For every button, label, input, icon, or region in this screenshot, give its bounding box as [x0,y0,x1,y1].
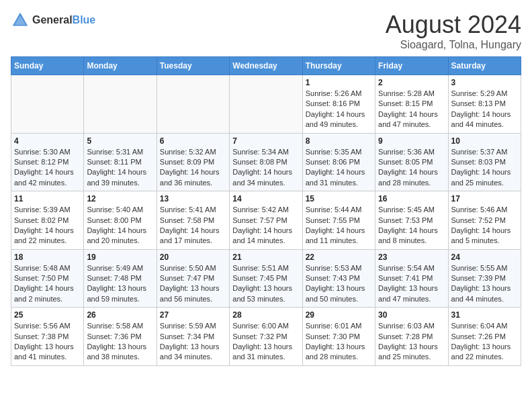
day-info: Sunrise: 5:48 AMSunset: 7:50 PMDaylight:… [14,263,81,305]
calendar-cell: 3Sunrise: 5:29 AMSunset: 8:13 PMDaylight… [448,75,521,134]
day-info: Sunrise: 5:35 AMSunset: 8:06 PMDaylight:… [306,147,372,189]
logo-general: GeneralBlue [32,14,95,26]
day-info: Sunrise: 5:54 AMSunset: 7:41 PMDaylight:… [378,263,445,305]
day-info: Sunrise: 5:59 AMSunset: 7:34 PMDaylight:… [160,321,226,363]
title-area: August 2024 Sioagard, Tolna, Hungary [386,11,521,51]
calendar-cell: 4Sunrise: 5:30 AMSunset: 8:12 PMDaylight… [11,133,84,191]
day-number: 21 [232,253,299,262]
day-info: Sunrise: 5:51 AMSunset: 7:45 PMDaylight:… [232,263,299,305]
calendar-cell [84,75,157,134]
calendar-cell: 19Sunrise: 5:49 AMSunset: 7:48 PMDayligh… [84,249,157,308]
day-info: Sunrise: 5:29 AMSunset: 8:13 PMDaylight:… [451,89,518,130]
calendar-cell: 7Sunrise: 5:34 AMSunset: 8:08 PMDaylight… [230,133,302,191]
day-number: 31 [451,310,518,320]
day-number: 23 [378,253,445,262]
calendar-cell: 14Sunrise: 5:42 AMSunset: 7:57 PMDayligh… [230,191,302,250]
day-number: 15 [306,194,372,203]
day-info: Sunrise: 5:32 AMSunset: 8:09 PMDaylight:… [160,147,226,189]
calendar-cell: 27Sunrise: 5:59 AMSunset: 7:34 PMDayligh… [157,308,229,366]
day-number: 22 [306,253,372,262]
week-row-5: 25Sunrise: 5:56 AMSunset: 7:38 PMDayligh… [11,308,521,366]
week-row-2: 4Sunrise: 5:30 AMSunset: 8:12 PMDaylight… [11,133,521,191]
week-row-3: 11Sunrise: 5:39 AMSunset: 8:02 PMDayligh… [11,191,521,250]
day-number: 17 [451,194,518,203]
calendar-cell: 9Sunrise: 5:36 AMSunset: 8:05 PMDaylight… [375,133,448,191]
week-row-1: 1Sunrise: 5:26 AMSunset: 8:16 PMDaylight… [11,75,521,134]
calendar-cell [157,75,229,134]
day-number: 13 [160,194,226,203]
calendar-cell: 16Sunrise: 5:45 AMSunset: 7:53 PMDayligh… [375,191,448,250]
weekday-header-wednesday: Wednesday [230,57,302,75]
calendar-cell: 23Sunrise: 5:54 AMSunset: 7:41 PMDayligh… [375,249,448,308]
day-number: 7 [232,136,299,146]
day-number: 5 [87,136,153,146]
calendar-cell: 18Sunrise: 5:48 AMSunset: 7:50 PMDayligh… [11,249,84,308]
day-number: 12 [87,194,153,203]
calendar-cell: 15Sunrise: 5:44 AMSunset: 7:55 PMDayligh… [302,191,375,250]
day-number: 16 [378,194,445,203]
calendar-cell [230,75,302,134]
calendar-cell: 24Sunrise: 5:55 AMSunset: 7:39 PMDayligh… [448,249,521,308]
day-info: Sunrise: 5:42 AMSunset: 7:57 PMDaylight:… [232,205,299,246]
calendar-cell: 30Sunrise: 6:03 AMSunset: 7:28 PMDayligh… [375,308,448,366]
day-number: 27 [160,310,226,320]
day-number: 29 [306,310,372,320]
day-info: Sunrise: 5:45 AMSunset: 7:53 PMDaylight:… [378,205,445,246]
day-info: Sunrise: 5:28 AMSunset: 8:15 PMDaylight:… [378,89,445,130]
weekday-header-saturday: Saturday [448,57,521,75]
day-number: 11 [14,194,81,203]
day-number: 3 [451,78,518,87]
day-info: Sunrise: 5:31 AMSunset: 8:11 PMDaylight:… [87,147,153,189]
day-info: Sunrise: 5:34 AMSunset: 8:08 PMDaylight:… [232,147,299,189]
day-number: 28 [232,310,299,320]
calendar-cell: 26Sunrise: 5:58 AMSunset: 7:36 PMDayligh… [84,308,157,366]
day-info: Sunrise: 5:44 AMSunset: 7:55 PMDaylight:… [306,205,372,246]
calendar-cell: 10Sunrise: 5:37 AMSunset: 8:03 PMDayligh… [448,133,521,191]
header: GeneralBlue August 2024 Sioagard, Tolna,… [11,11,521,51]
day-info: Sunrise: 5:36 AMSunset: 8:05 PMDaylight:… [378,147,445,189]
calendar-cell: 22Sunrise: 5:53 AMSunset: 7:43 PMDayligh… [302,249,375,308]
logo: GeneralBlue [11,11,95,30]
day-number: 10 [451,136,518,146]
calendar-cell: 13Sunrise: 5:41 AMSunset: 7:58 PMDayligh… [157,191,229,250]
calendar-cell: 25Sunrise: 5:56 AMSunset: 7:38 PMDayligh… [11,308,84,366]
month-title: August 2024 [386,11,521,39]
calendar-cell: 12Sunrise: 5:40 AMSunset: 8:00 PMDayligh… [84,191,157,250]
calendar-cell: 11Sunrise: 5:39 AMSunset: 8:02 PMDayligh… [11,191,84,250]
day-info: Sunrise: 6:00 AMSunset: 7:32 PMDaylight:… [232,321,299,363]
logo-icon [11,11,30,30]
calendar-cell: 29Sunrise: 6:01 AMSunset: 7:30 PMDayligh… [302,308,375,366]
day-number: 2 [378,78,445,87]
day-number: 18 [14,253,81,262]
day-number: 30 [378,310,445,320]
day-number: 1 [306,78,372,87]
day-info: Sunrise: 5:37 AMSunset: 8:03 PMDaylight:… [451,147,518,189]
weekday-header-thursday: Thursday [302,57,375,75]
calendar-cell: 6Sunrise: 5:32 AMSunset: 8:09 PMDaylight… [157,133,229,191]
calendar-cell: 1Sunrise: 5:26 AMSunset: 8:16 PMDaylight… [302,75,375,134]
day-number: 8 [306,136,372,146]
calendar-cell: 2Sunrise: 5:28 AMSunset: 8:15 PMDaylight… [375,75,448,134]
day-number: 20 [160,253,226,262]
day-info: Sunrise: 5:40 AMSunset: 8:00 PMDaylight:… [87,205,153,246]
day-info: Sunrise: 6:01 AMSunset: 7:30 PMDaylight:… [306,321,372,363]
day-info: Sunrise: 5:53 AMSunset: 7:43 PMDaylight:… [306,263,372,305]
day-info: Sunrise: 5:30 AMSunset: 8:12 PMDaylight:… [14,147,81,189]
day-info: Sunrise: 5:41 AMSunset: 7:58 PMDaylight:… [160,205,226,246]
day-number: 25 [14,310,81,320]
day-info: Sunrise: 6:03 AMSunset: 7:28 PMDaylight:… [378,321,445,363]
day-number: 14 [232,194,299,203]
weekday-header-tuesday: Tuesday [157,57,229,75]
day-number: 9 [378,136,445,146]
day-number: 24 [451,253,518,262]
day-info: Sunrise: 5:50 AMSunset: 7:47 PMDaylight:… [160,263,226,305]
day-info: Sunrise: 5:26 AMSunset: 8:16 PMDaylight:… [306,89,372,130]
calendar-cell: 17Sunrise: 5:46 AMSunset: 7:52 PMDayligh… [448,191,521,250]
day-number: 6 [160,136,226,146]
day-number: 26 [87,310,153,320]
calendar-cell: 28Sunrise: 6:00 AMSunset: 7:32 PMDayligh… [230,308,302,366]
day-info: Sunrise: 5:55 AMSunset: 7:39 PMDaylight:… [451,263,518,305]
calendar-cell: 20Sunrise: 5:50 AMSunset: 7:47 PMDayligh… [157,249,229,308]
calendar: SundayMondayTuesdayWednesdayThursdayFrid… [11,56,521,366]
weekday-header-friday: Friday [375,57,448,75]
